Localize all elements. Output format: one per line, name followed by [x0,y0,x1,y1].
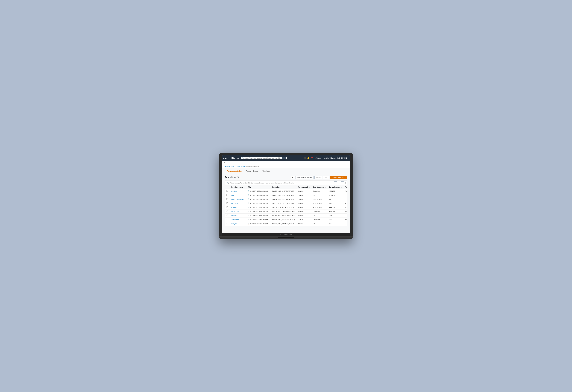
copy-icon-7[interactable]: 📋 [248,219,249,220]
row-tag-immutability-1: Enabled [296,193,312,197]
copy-icon-2[interactable]: 📋 [248,198,249,200]
col-encryption-type-label: Encryption type [329,186,340,188]
terminal-icon[interactable]: ⬛ [303,157,306,159]
row-radio-input-2[interactable] [226,198,228,200]
col-encryption-type[interactable]: Encryption type ▼ [327,185,344,189]
repository-title: Repository (9) [225,176,239,179]
row-tag-immutability-6: Disabled [296,213,312,218]
repo-link-3[interactable]: origin_proj [231,203,238,204]
row-radio-3[interactable] [225,201,229,205]
row-tag-immutability-7: Enabled [296,218,312,222]
edit-button[interactable]: Edit [323,176,329,179]
row-encryption-5: AES-256 [327,210,344,213]
global-search-input[interactable] [244,157,281,159]
col-pull-through[interactable]: Pull-through ca ▼ [344,185,347,189]
refresh-button[interactable]: ↻ [291,176,295,179]
row-radio-input-7[interactable] [226,219,228,220]
help-icon[interactable]: ❓ [311,157,313,159]
copy-icon-3[interactable]: 📋 [248,203,249,204]
col-scan-frequency[interactable]: Scan frequency ▼ [311,185,327,189]
create-repository-button[interactable]: Create repository ▾ [330,176,347,179]
repo-link-5[interactable]: solution_ana [231,211,239,212]
copy-icon-4[interactable]: 📋 [248,207,249,208]
copy-icon-1[interactable]: 📋 [248,194,249,196]
region-selector[interactable]: N. Virginia ▼ [315,157,322,159]
row-radio-input-0[interactable] [226,190,228,192]
row-radio-5[interactable] [225,210,229,213]
row-pull-through-2: - [344,197,347,201]
nav-services-button[interactable]: Services [230,157,240,159]
tab-active-repositories[interactable]: Active repositories [225,169,244,173]
tabs-container: Active repositories Recently deleted Tem… [225,169,347,173]
col-created-at[interactable]: Created at ▼ [271,185,296,189]
row-radio-input-1[interactable] [226,194,228,196]
url-text-6: 831118746306.dkr.starport.... [250,215,269,216]
tab-recently-deleted[interactable]: Recently deleted [244,169,260,173]
search-icon: 🔍 [242,157,244,159]
next-page-button[interactable]: › [341,181,344,184]
delete-label: Delete [316,177,321,178]
row-radio-0[interactable] [225,189,229,193]
col-select [225,185,229,189]
row-radio-input-3[interactable] [226,202,228,204]
sidebar-toggle[interactable]: ☰ [224,161,225,164]
bell-icon[interactable]: 🔔 [307,157,309,159]
repository-header: Repository (9) ↻ View push commands Dele… [225,176,347,179]
row-name-5: solution_ana [229,210,246,213]
breadcrumb-registry-link[interactable]: Private registry [236,166,246,167]
row-radio-2[interactable] [225,197,229,201]
repo-link-2[interactable]: docker_hub/ubuntu [231,198,243,200]
copy-icon-5[interactable]: 📋 [248,211,249,212]
row-created-6: May 03, 2021, 13:21:07 (UTC-07) [271,213,296,218]
row-radio-4[interactable] [225,205,229,210]
col-tag-immutability-sort: ▼ [309,186,310,188]
col-tag-immutability[interactable]: Tag immutabili ▼ [296,185,312,189]
row-url-2: 📋 831118746306.dkr.starport.... [246,197,271,201]
table-container: 🔍 ‹ 1 › ⚙ [225,181,347,226]
col-scan-frequency-sort: ▼ [325,186,326,188]
row-url-1: 📋 831118746306.dkr.starport.... [246,193,271,197]
row-radio-input-8[interactable] [226,223,228,225]
row-name-4: prod-alvin [229,205,246,210]
row-radio-input-5[interactable] [226,211,228,212]
row-name-8: yield_test [229,222,246,226]
row-name-7: watcher.doc [229,218,246,222]
row-pull-through-7: Active [344,218,347,222]
repo-link-7[interactable]: watcher.doc [231,219,239,221]
row-radio-input-4[interactable] [226,206,228,208]
row-radio-6[interactable] [225,213,229,218]
table-row: prod-alvin 📋 831118746306.dkr.starport..… [225,205,347,210]
filter-input[interactable] [230,182,332,184]
col-repository-name[interactable]: Repository name ▼ [229,185,246,189]
delete-button[interactable]: Delete [315,176,322,179]
table-row: updated.v1 📋 831118746306.dkr.starport..… [225,213,347,218]
user-menu[interactable]: MyRole/AWSUser @ 0123-4567-8901 ▼ [324,157,349,159]
secondary-nav: ☰ [222,161,350,165]
row-radio-8[interactable] [225,222,229,226]
table-header: Repository name ▼ URL ▼ Created at ▼ [225,185,347,189]
copy-icon-6[interactable]: 📋 [248,215,249,216]
aws-logo-text: aws [223,157,227,159]
tab-templates[interactable]: Templates [260,169,272,173]
col-url[interactable]: URL ▼ [246,185,271,189]
row-scan-frequency-3: Scan on push [311,201,327,205]
row-radio-1[interactable] [225,193,229,197]
repo-link-1[interactable]: demo1 [231,194,235,196]
global-search-bar[interactable]: 🔍 [Alt+S] [241,157,287,159]
repo-link-0[interactable]: alvin.test [231,190,237,192]
copy-icon-8[interactable]: 📋 [248,223,249,225]
repo-link-8[interactable]: yield_test [231,223,237,225]
filter-input-wrap[interactable]: 🔍 [226,181,333,184]
url-text-0: 831118746306.dkr.starport.... [250,190,269,192]
row-scan-frequency-8: Off [311,222,327,226]
prev-page-button[interactable]: ‹ [334,181,337,184]
row-created-8: April 01, 2021, 11:21:43(UTC-07) [271,222,296,226]
table-settings-icon[interactable]: ⚙ [344,182,346,184]
repo-link-4[interactable]: prod-alvin [231,207,237,208]
row-radio-7[interactable] [225,218,229,222]
repo-link-6[interactable]: updated.v1 [231,215,238,216]
view-push-commands-button[interactable]: View push commands [296,176,314,179]
copy-icon-0[interactable]: 📋 [248,190,249,192]
breadcrumb-ecr-link[interactable]: Amazon ECR [225,166,234,167]
row-radio-input-6[interactable] [226,214,228,216]
